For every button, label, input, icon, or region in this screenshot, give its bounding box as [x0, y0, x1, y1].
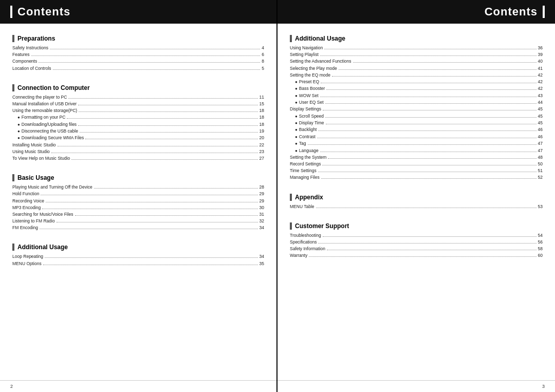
list-item: Warranty60 — [290, 252, 543, 259]
toc-page-number: 56 — [538, 239, 543, 246]
toc-page-number: 43 — [538, 92, 543, 99]
list-item: Using Music Studio23 — [12, 148, 264, 155]
toc-item-label: Warranty — [290, 252, 307, 259]
toc-dots — [58, 146, 258, 146]
toc-page-number: 42 — [538, 79, 543, 85]
list-item: Using the removable storage(PC)18 — [12, 107, 264, 114]
toc-dots — [75, 215, 258, 216]
toc-page-number: 28 — [260, 184, 264, 191]
toc-dots — [40, 229, 257, 229]
toc-item-label: Hold Function — [12, 191, 39, 197]
toc-item-label: Preset EQ — [299, 79, 319, 85]
toc-item-label: Managing Files — [290, 174, 320, 181]
right-header-bar — [543, 6, 545, 18]
toc-page-number: 40 — [538, 58, 543, 65]
toc-page-number: 47 — [538, 147, 543, 154]
list-item: Safety Information58 — [290, 246, 543, 252]
toc-dots — [316, 208, 536, 208]
list-appendix: MENU Table53 — [290, 203, 543, 210]
toc-page-number: 36 — [538, 45, 543, 51]
toc-page-number: 20 — [260, 135, 264, 141]
toc-item-label: Downloading Secure WMA Files — [22, 135, 84, 141]
toc-item-label: FM Encoding — [12, 225, 38, 231]
toc-page-number: 30 — [260, 204, 264, 211]
list-basic-usage: Playing Music and Turning Off the Device… — [12, 184, 264, 231]
toc-page-number: 60 — [538, 252, 543, 259]
toc-item-label: To View Help on Music Studio — [12, 155, 70, 162]
toc-dots — [57, 222, 258, 222]
right-footer: 3 — [278, 380, 555, 392]
toc-item-label: Listening to FM Radio — [12, 218, 55, 225]
toc-page-number: 6 — [262, 51, 264, 58]
toc-item-label: Installing Music Studio — [12, 142, 56, 148]
right-header-title: Contents — [485, 5, 538, 18]
section-connection-to-computer: Connection to ComputerConnecting the pla… — [12, 81, 264, 162]
toc-item-label: Downloading/Uploading files — [22, 121, 77, 128]
toc-page-number: 15 — [260, 101, 264, 107]
toc-item-label: Setting the EQ mode — [290, 72, 330, 79]
list-customer-support: Troubleshooting54Specifications56Safety … — [290, 232, 543, 259]
toc-dots — [318, 172, 536, 172]
list-item: ●Scroll Speed45 — [290, 113, 543, 120]
toc-page-number: 52 — [538, 174, 543, 181]
toc-dots — [320, 97, 536, 97]
list-item: Setting the System48 — [290, 154, 543, 161]
toc-item-label: Setting the Advanced Functions — [290, 58, 351, 65]
toc-item-label: User EQ Set — [299, 99, 324, 106]
list-item: Time Settings51 — [290, 167, 543, 174]
toc-item-label: Connecting the player to PC — [12, 94, 67, 101]
toc-dots — [332, 76, 536, 77]
toc-dots — [327, 250, 536, 250]
list-item: Installing Music Studio22 — [12, 142, 264, 148]
list-preparations: Safety Instructions4Features6Components8… — [12, 45, 264, 72]
toc-page-number: 35 — [260, 260, 264, 267]
list-item: ●Bass Booster42 — [290, 85, 543, 92]
toc-item-label: Troubleshooting — [290, 232, 321, 239]
list-item: MP3 Encoding30 — [12, 204, 264, 211]
list-item: ●Tag47 — [290, 140, 543, 147]
heading-additional-usage-left: Additional Usage — [12, 244, 264, 251]
toc-item-label: Setting Playlist — [290, 51, 319, 58]
list-item: To View Help on Music Studio27 — [12, 155, 264, 162]
list-item: Recording Voice29 — [12, 198, 264, 204]
toc-dots — [31, 55, 261, 56]
toc-dots — [323, 236, 536, 237]
toc-page-number: 42 — [538, 72, 543, 79]
toc-page-number: 51 — [538, 167, 543, 174]
list-item: Using Navigation36 — [290, 45, 543, 51]
toc-dots — [326, 89, 536, 90]
list-item: ●Downloading/Uploading files18 — [12, 121, 264, 128]
left-page: Contents PreparationsSafety Instructions… — [0, 0, 278, 392]
toc-item-label: Formatting on your PC — [22, 114, 66, 121]
left-content: PreparationsSafety Instructions4Features… — [0, 24, 276, 380]
toc-dots — [309, 256, 536, 257]
toc-dots — [67, 118, 257, 119]
toc-dots — [45, 257, 258, 258]
toc-page-number: 11 — [260, 94, 264, 101]
list-item: ●Formatting on your PC18 — [12, 114, 264, 121]
toc-item-label: Backlight — [299, 126, 317, 133]
toc-item-label: Selecting the Play mode — [290, 65, 337, 72]
toc-dots — [71, 159, 257, 160]
heading-connection-to-computer: Connection to Computer — [12, 84, 264, 91]
heading-customer-support: Customer Support — [290, 222, 543, 230]
section-preparations: PreparationsSafety Instructions4Features… — [12, 32, 264, 72]
toc-dots — [323, 110, 536, 110]
toc-dots — [328, 158, 536, 159]
section-customer-support: Customer SupportTroubleshooting54Specifi… — [290, 219, 543, 259]
toc-dots — [85, 139, 257, 139]
toc-page-number: 4 — [262, 45, 264, 51]
list-item: MENU Options35 — [12, 260, 264, 267]
toc-page-number: 8 — [262, 58, 264, 65]
toc-item-label: Components — [12, 58, 37, 65]
list-item: Manual Installation of USB Driver15 — [12, 101, 264, 107]
toc-dots — [94, 188, 258, 189]
list-item: Display Settings45 — [290, 106, 543, 113]
toc-page-number: 29 — [260, 191, 264, 197]
toc-dots — [318, 243, 536, 244]
toc-item-label: Using Music Studio — [12, 148, 50, 155]
section-additional-usage-left: Additional UsageLoop Repeating34MENU Opt… — [12, 240, 264, 267]
list-item: Loop Repeating34 — [12, 253, 264, 260]
toc-page-number: 42 — [538, 85, 543, 92]
toc-page-number: 27 — [260, 155, 264, 162]
